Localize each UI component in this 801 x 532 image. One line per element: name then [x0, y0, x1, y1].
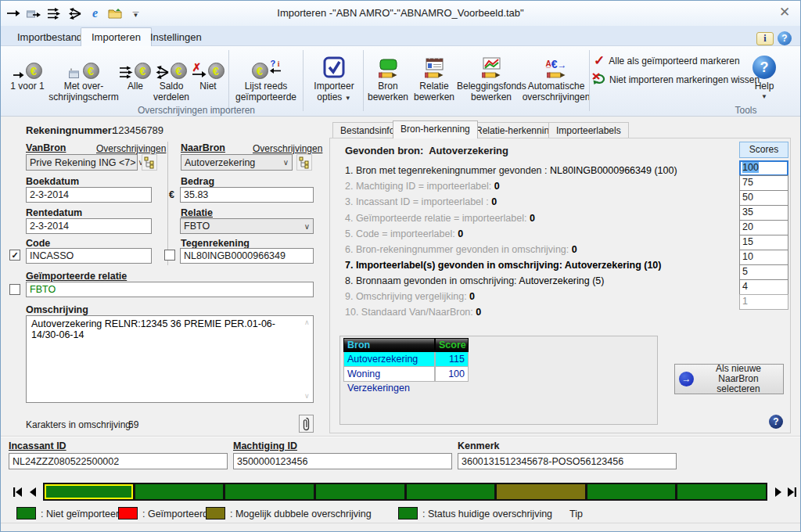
geimporteerde-relatie-checkbox[interactable]	[9, 284, 20, 295]
score-input[interactable]: 20	[739, 220, 788, 235]
scroll-up-icon[interactable]: ∧	[304, 318, 310, 326]
browser-icon[interactable]: e	[88, 6, 102, 21]
boekdatum-input[interactable]	[26, 187, 152, 203]
edit-fund-button[interactable]: Beleggingsfonds bewerken	[457, 49, 526, 102]
recognition-line: 3. Incassant ID = importeerlabel : 0	[345, 196, 497, 207]
found-source-heading: Gevonden bron: Autoverzekering	[345, 145, 508, 156]
mark-all-imported-button[interactable]: ✓ Alle als geïmporteerd markeren	[594, 54, 740, 67]
score-input[interactable]: 75	[739, 175, 788, 191]
relatie-combobox[interactable]: FBTO ∨	[180, 218, 314, 234]
omschrijving-textarea[interactable]: Autoverzekering RELNR:12345 36 PREMIE PE…	[26, 315, 314, 403]
tegenrekening-input[interactable]	[180, 248, 314, 264]
column-header-score[interactable]: Score	[435, 338, 469, 352]
naarbron-list-button[interactable]	[296, 154, 312, 171]
score-input[interactable]: 35	[739, 205, 788, 221]
table-row[interactable]: Autoverzekering 115	[343, 352, 469, 367]
last-icon	[787, 487, 797, 498]
list-imported-icon: € ? i	[234, 49, 298, 81]
column-header-bron[interactable]: Bron	[343, 338, 435, 352]
import-options-button[interactable]: Importeer opties ▼	[308, 49, 360, 104]
vanbron-list-button[interactable]	[142, 154, 157, 171]
auto-transfers-button[interactable]: A̲€→ Automatische overschrijvingen	[519, 49, 594, 102]
next-record-button[interactable]	[772, 485, 785, 498]
scroll-down-icon[interactable]: ∨	[304, 392, 310, 400]
import-with-screen-icon[interactable]	[27, 6, 41, 21]
attachment-button[interactable]	[299, 415, 314, 433]
rentedatum-label: Rentedatum	[26, 207, 82, 218]
code-label: Code	[26, 238, 50, 249]
import-all-icon: €	[120, 49, 151, 81]
naarbron-combobox[interactable]: Autoverzekering ∨	[181, 154, 293, 171]
list-imported-button[interactable]: € ? i Lijst reeds geïmporteerde	[234, 49, 298, 102]
rentedatum-input[interactable]	[26, 218, 152, 234]
transfer-segment[interactable]	[497, 484, 585, 499]
transfer-segment[interactable]	[135, 484, 224, 499]
last-record-button[interactable]	[785, 485, 798, 498]
vanbron-overschrijvingen-link[interactable]: Overschrijvingen	[96, 143, 166, 154]
transfer-segment[interactable]	[407, 484, 495, 499]
quick-access-toolbar: e —▼	[6, 5, 143, 21]
naarbron-label[interactable]: NaarBron	[181, 142, 225, 153]
help-button[interactable]: ? Help ▼	[745, 49, 783, 102]
score-input[interactable]: 1	[739, 294, 788, 310]
incassant-id-label[interactable]: Incassant ID	[9, 440, 66, 451]
ribbon: € 1 voor 1 € Met over- schrijvingscherm …	[1, 46, 800, 117]
code-checkbox[interactable]: ✓	[9, 250, 20, 261]
scores-header-button[interactable]: Scores	[739, 142, 788, 158]
split-balance-button[interactable]: € Saldo verdelen	[151, 49, 192, 102]
first-record-button[interactable]	[11, 485, 23, 498]
kenmerk-input[interactable]	[458, 453, 677, 469]
transfer-progressbar[interactable]	[43, 483, 767, 501]
score-input[interactable]: 100	[739, 160, 788, 176]
import-one-icon[interactable]	[6, 6, 21, 21]
score-input[interactable]: 15	[739, 235, 788, 250]
panel-help-icon[interactable]: ?	[769, 415, 783, 429]
recognition-line: 9. Omschrijving vergelijking: 0	[345, 291, 475, 302]
select-new-naarbron-button[interactable]: → Als nieuwe NaarBron selecteren	[674, 364, 784, 394]
edit-relation-button[interactable]: Relatie bewerken	[410, 49, 458, 102]
machtiging-id-input[interactable]	[233, 453, 452, 469]
edit-source-button[interactable]: Bron bewerken	[366, 49, 410, 102]
transfer-segment[interactable]	[677, 484, 766, 499]
incassant-id-input[interactable]	[9, 453, 228, 469]
currency-symbol: €	[169, 189, 174, 200]
import-none-button[interactable]: ✗ € Niet	[192, 49, 224, 92]
vanbron-combobox[interactable]: Prive Rekening ING <7> ∨	[26, 154, 138, 171]
clear-no-import-marks-button[interactable]: Niet importeren markeringen wissen	[591, 72, 760, 87]
naarbron-overschrijvingen-link[interactable]: Overschrijvingen	[253, 143, 322, 154]
score-input[interactable]: 50	[739, 190, 788, 206]
geimporteerde-relatie-input[interactable]	[26, 282, 314, 297]
transfer-segment[interactable]	[587, 484, 676, 499]
tab-importbestand[interactable]: Importbestand	[7, 29, 92, 46]
relatie-label[interactable]: Relatie	[181, 207, 213, 218]
score-input[interactable]: 5	[739, 264, 788, 280]
machtiging-id-label[interactable]: Machtiging ID	[233, 440, 297, 451]
help-badge-icon[interactable]: ?	[778, 31, 792, 45]
score-input[interactable]: 4	[739, 279, 788, 295]
legend-swatch-possible-duplicate	[206, 507, 225, 519]
tab-bestandsinfo[interactable]: Bestandsinfo	[332, 122, 402, 138]
table-row[interactable]: Woning Verzekeringen 100	[343, 367, 469, 382]
close-button[interactable]: ✕	[775, 4, 794, 21]
import-with-screen-button[interactable]: € Met over- schrijvingscherm	[48, 49, 120, 102]
group-caption-import: Overschrijvingen importeren	[110, 105, 282, 116]
import-one-by-one-button[interactable]: € 1 voor 1	[7, 49, 48, 92]
split-balance-icon[interactable]	[67, 6, 82, 21]
score-input[interactable]: 10	[739, 250, 788, 265]
transfer-segment[interactable]	[316, 484, 404, 499]
geimporteerde-relatie-label[interactable]: Geïmporteerde relatie	[26, 271, 127, 282]
import-all-icon[interactable]	[47, 6, 62, 21]
bedrag-input[interactable]	[180, 187, 314, 203]
tegenrekening-checkbox[interactable]	[164, 250, 175, 261]
transfer-segment[interactable]	[225, 484, 314, 499]
vanbron-label[interactable]: VanBron	[26, 142, 66, 153]
open-folder-icon[interactable]	[108, 6, 123, 21]
info-button[interactable]: i	[756, 32, 774, 45]
tab-instellingen[interactable]: Instellingen	[140, 29, 212, 46]
transfer-segment[interactable]	[45, 484, 133, 499]
tab-bron-herkenning[interactable]: Bron-herkenning	[393, 120, 478, 138]
tab-importeerlabels[interactable]: Importeerlabels	[548, 122, 629, 138]
import-all-button[interactable]: € Alle	[120, 49, 151, 92]
code-input[interactable]	[26, 248, 152, 264]
previous-record-button[interactable]	[26, 485, 38, 498]
